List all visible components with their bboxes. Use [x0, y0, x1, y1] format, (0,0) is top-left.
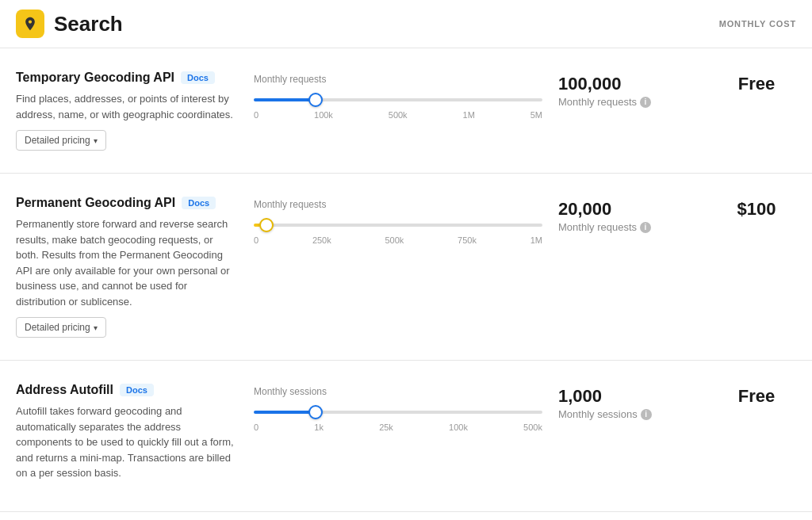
value-number-address-autofill: 1,000 — [558, 386, 701, 407]
info-icon-address-autofill[interactable]: i — [641, 409, 652, 420]
value-sublabel-address-autofill: Monthly sessionsi — [558, 408, 701, 420]
slider-mark-label: 500k — [385, 235, 404, 245]
slider-mark-label: 25k — [379, 422, 393, 432]
slider-mark-label: 500k — [523, 422, 542, 432]
cost-value-temporary-geocoding: Free — [717, 74, 796, 94]
page-container: Search MONTHLY COST Temporary Geocoding … — [0, 0, 812, 512]
slider-mark-label: 500k — [389, 110, 408, 120]
value-number-temporary-geocoding: 100,000 — [558, 74, 701, 94]
page-title: Search — [54, 12, 123, 36]
value-area-permanent-geocoding: 20,000Monthly requestsi — [558, 196, 701, 233]
slider-address-autofill[interactable] — [254, 411, 542, 414]
slider-mark-label: 100k — [314, 110, 333, 120]
value-sublabel-temporary-geocoding: Monthly requestsi — [558, 96, 701, 108]
slider-mark-label: 1M — [530, 235, 542, 245]
slider-mark-label: 1k — [314, 422, 324, 432]
title-row-temporary-geocoding: Temporary Geocoding APIDocs — [16, 71, 238, 85]
slider-track-container-temporary-geocoding — [254, 91, 542, 104]
slider-mark-label: 0 — [254, 235, 259, 245]
slider-track-container-address-autofill — [254, 403, 542, 416]
value-sublabel-text: Monthly sessions — [558, 408, 638, 420]
slider-mark-label: 0 — [254, 422, 259, 432]
section-title-address-autofill: Address Autofill — [16, 383, 113, 397]
detailed-pricing-btn-temporary-geocoding[interactable]: Detailed pricing ▾ — [16, 130, 106, 151]
docs-badge-permanent-geocoding[interactable]: Docs — [182, 197, 216, 209]
info-icon-permanent-geocoding[interactable]: i — [640, 222, 651, 233]
section-title-permanent-geocoding: Permanent Geocoding API — [16, 196, 175, 210]
value-area-temporary-geocoding: 100,000Monthly requestsi — [558, 71, 701, 108]
slider-marks-address-autofill: 01k25k100k500k — [254, 422, 542, 432]
section-left-address-autofill: Address AutofillDocsAutofill takes forwa… — [16, 383, 238, 489]
slider-temporary-geocoding[interactable] — [254, 98, 542, 101]
slider-mark-label: 250k — [312, 235, 331, 245]
cost-area-temporary-geocoding: Free — [717, 71, 796, 94]
value-sublabel-permanent-geocoding: Monthly requestsi — [558, 221, 701, 233]
section-left-permanent-geocoding: Permanent Geocoding APIDocsPermanently s… — [16, 196, 238, 338]
cost-value-permanent-geocoding: $100 — [717, 199, 796, 220]
title-row-permanent-geocoding: Permanent Geocoding APIDocs — [16, 196, 238, 210]
slider-area-permanent-geocoding: Monthly requests0250k500k750k1M — [254, 196, 542, 245]
value-sublabel-text: Monthly requests — [558, 96, 637, 108]
slider-mark-label: 100k — [449, 422, 468, 432]
docs-badge-address-autofill[interactable]: Docs — [120, 384, 154, 396]
cost-area-address-autofill: Free — [717, 383, 796, 407]
slider-label-address-autofill: Monthly sessions — [254, 386, 542, 397]
slider-label-temporary-geocoding: Monthly requests — [254, 74, 542, 85]
slider-track-container-permanent-geocoding — [254, 216, 542, 229]
value-sublabel-text: Monthly requests — [558, 221, 637, 233]
page-header: Search MONTHLY COST — [0, 0, 812, 48]
docs-badge-temporary-geocoding[interactable]: Docs — [181, 71, 215, 84]
slider-permanent-geocoding[interactable] — [254, 224, 542, 227]
section-title-temporary-geocoding: Temporary Geocoding API — [16, 71, 174, 85]
slider-mark-label: 0 — [254, 110, 259, 120]
slider-label-permanent-geocoding: Monthly requests — [254, 199, 542, 210]
cost-area-permanent-geocoding: $100 — [717, 196, 796, 220]
value-area-address-autofill: 1,000Monthly sessionsi — [558, 383, 701, 420]
slider-marks-temporary-geocoding: 0100k500k1M5M — [254, 110, 542, 120]
cost-value-address-autofill: Free — [717, 386, 796, 407]
slider-mark-label: 750k — [458, 235, 477, 245]
section-left-temporary-geocoding: Temporary Geocoding APIDocsFind places, … — [16, 71, 238, 151]
slider-mark-label: 1M — [463, 110, 475, 120]
logo-icon — [16, 10, 44, 38]
slider-marks-permanent-geocoding: 0250k500k750k1M — [254, 235, 542, 245]
slider-area-temporary-geocoding: Monthly requests0100k500k1M5M — [254, 71, 542, 120]
slider-mark-label: 5M — [530, 110, 542, 120]
info-icon-temporary-geocoding[interactable]: i — [640, 97, 651, 108]
detailed-pricing-btn-permanent-geocoding[interactable]: Detailed pricing ▾ — [16, 317, 106, 338]
section-permanent-geocoding: Permanent Geocoding APIDocsPermanently s… — [0, 174, 812, 361]
section-address-autofill: Address AutofillDocsAutofill takes forwa… — [0, 361, 812, 512]
title-row-address-autofill: Address AutofillDocs — [16, 383, 238, 397]
section-desc-address-autofill: Autofill takes forward geocoding and aut… — [16, 403, 238, 481]
sections-container: Temporary Geocoding APIDocsFind places, … — [0, 48, 812, 512]
section-temporary-geocoding: Temporary Geocoding APIDocsFind places, … — [0, 48, 812, 174]
section-desc-permanent-geocoding: Permanently store forward and reverse se… — [16, 216, 238, 309]
slider-area-address-autofill: Monthly sessions01k25k100k500k — [254, 383, 542, 432]
monthly-cost-header-label: MONTHLY COST — [719, 19, 796, 29]
section-desc-temporary-geocoding: Find places, addresses, or points of int… — [16, 91, 238, 122]
value-number-permanent-geocoding: 20,000 — [558, 199, 701, 220]
